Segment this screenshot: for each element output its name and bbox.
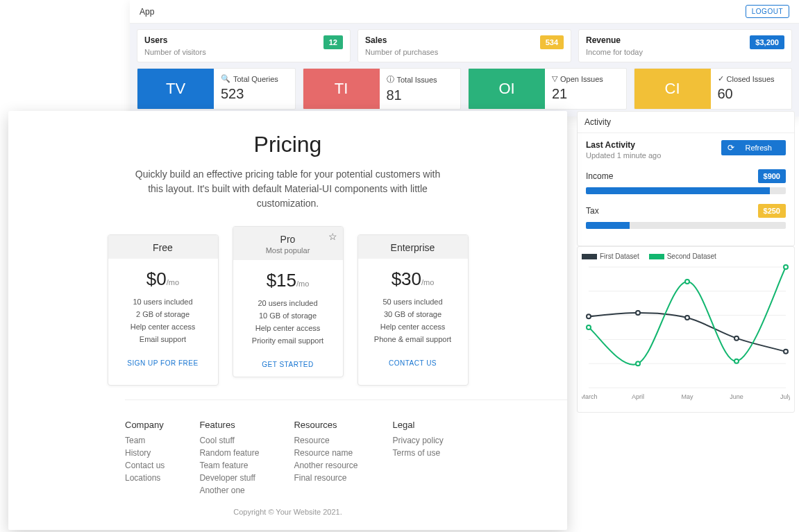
search-icon: 🔍 [221, 74, 230, 83]
refresh-icon: ⟳ [727, 143, 734, 153]
footer-link[interactable]: Locations [125, 472, 165, 484]
svg-point-12 [636, 361, 640, 366]
tier-price: $30/mo [358, 259, 468, 295]
footer-link[interactable]: Team feature [199, 459, 259, 472]
tier-features: 10 users included2 GB of storageHelp cen… [108, 295, 218, 352]
progress-amount: $900 [758, 169, 786, 183]
progress-bar [586, 222, 786, 229]
pricing-tier-free: Free$0/mo10 users included2 GB of storag… [108, 234, 219, 386]
progress-label: Tax [586, 206, 599, 216]
legend-swatch [649, 254, 664, 259]
cat-value: 523 [221, 86, 288, 102]
tier-feature: 50 users included [362, 295, 464, 308]
svg-text:March: March [582, 393, 598, 400]
tier-header: ☆ProMost popular [233, 227, 343, 260]
footer-link[interactable]: Another resource [294, 459, 358, 472]
category-row: TV 🔍Total Queries 523 TI ⓘTotal Issues 8… [130, 68, 799, 117]
svg-point-7 [636, 311, 640, 315]
svg-text:May: May [681, 393, 693, 400]
chart-legend: First Dataset Second Dataset [582, 252, 790, 260]
metric-title: Revenue [586, 35, 643, 45]
svg-point-15 [784, 265, 788, 269]
cat-label: Open Issues [560, 75, 603, 83]
cat-total-queries: TV 🔍Total Queries 523 [137, 68, 296, 110]
tier-feature: 10 GB of storage [237, 309, 339, 322]
svg-point-11 [587, 325, 591, 329]
cat-label: Closed Issues [727, 75, 775, 83]
footer-link[interactable]: Cool stuff [199, 434, 259, 447]
cat-tile: CI [634, 69, 711, 109]
footer-link[interactable]: Another one [199, 484, 259, 497]
svg-point-14 [734, 359, 739, 363]
legend-label: Second Dataset [667, 252, 716, 260]
dashboard-header: App LOGOUT [130, 0, 799, 24]
svg-point-9 [734, 336, 739, 341]
footer-link[interactable]: Contact us [125, 459, 165, 472]
footer-link[interactable]: Developer stuff [199, 472, 259, 484]
footer-col-legal: LegalPrivacy policyTerms of use [393, 420, 444, 497]
svg-point-10 [784, 350, 788, 354]
svg-point-6 [587, 314, 591, 318]
progress-label: Income [586, 171, 613, 181]
star-icon: ☆ [328, 231, 337, 242]
metric-badge: 534 [540, 35, 564, 49]
metric-sub: Number of purchases [365, 48, 438, 56]
svg-text:July: July [780, 393, 790, 400]
metric-title: Users [144, 35, 206, 45]
metric-revenue: Revenue Income for today $3,200 [578, 29, 792, 62]
footer-link[interactable]: Resource [294, 434, 358, 447]
legend-label: First Dataset [600, 252, 639, 260]
metric-badge: $3,200 [750, 35, 784, 49]
tier-name: Enterprise [362, 242, 464, 253]
line-chart: MarchAprilMayJuneJuly [582, 263, 790, 404]
svg-text:April: April [632, 393, 644, 400]
progress-bar [586, 187, 786, 194]
footer-link[interactable]: History [125, 447, 165, 459]
tier-feature: Help center access [362, 320, 464, 333]
metric-badge: 12 [323, 35, 343, 49]
footer-link[interactable]: Random feature [199, 447, 259, 459]
tier-feature: 20 users included [237, 297, 339, 309]
metric-sub: Number of visitors [144, 48, 206, 56]
svg-point-8 [685, 316, 689, 320]
tier-feature: Priority email support [237, 334, 339, 347]
cat-closed-issues: CI ✓Closed Issues 60 [634, 68, 793, 110]
pricing-title: Pricing [66, 132, 510, 157]
cat-total-issues: TI ⓘTotal Issues 81 [303, 68, 462, 110]
cat-label: Total Issues [397, 76, 437, 84]
tier-cta[interactable]: GET STARTED [233, 354, 343, 377]
cat-tile: OI [469, 69, 545, 109]
dashboard-panel: App LOGOUT Users Number of visitors 12 S… [130, 0, 799, 117]
pricing-tiers: Free$0/mo10 users included2 GB of storag… [66, 234, 510, 386]
tier-name: Free [112, 242, 214, 253]
metric-sub: Income for today [586, 48, 643, 56]
check-icon: ✓ [718, 74, 724, 83]
activity-income: Income $900 [586, 169, 786, 194]
footer-link[interactable]: Final resource [294, 472, 358, 484]
footer-col-resources: ResourcesResourceResource nameAnother re… [294, 420, 358, 497]
activity-tax: Tax $250 [586, 204, 786, 229]
footer-heading: Resources [294, 420, 358, 430]
footer-link[interactable]: Terms of use [393, 447, 444, 459]
tier-cta[interactable]: CONTACT US [358, 352, 468, 375]
tier-feature: 10 users included [112, 295, 214, 308]
tier-header: Free [108, 235, 218, 259]
cat-value: 60 [718, 86, 785, 102]
tier-features: 50 users included30 GB of storageHelp ce… [358, 295, 468, 352]
footer-link[interactable]: Privacy policy [393, 434, 444, 447]
metric-title: Sales [365, 35, 438, 45]
tier-feature: Help center access [112, 320, 214, 333]
footer-col-company: CompanyTeamHistoryContact usLocations [125, 420, 165, 497]
tier-features: 20 users included10 GB of storageHelp ce… [233, 297, 343, 354]
footer-link[interactable]: Resource name [294, 447, 358, 459]
footer-link[interactable]: Team [125, 434, 165, 447]
tier-feature: Help center access [237, 322, 339, 334]
tier-feature: Phone & email support [362, 333, 464, 345]
pricing-tier-enterprise: Enterprise$30/mo50 users included30 GB o… [358, 234, 469, 386]
refresh-button[interactable]: ⟳Refresh [721, 140, 786, 155]
tier-cta[interactable]: SIGN UP FOR FREE [108, 352, 218, 375]
footer-heading: Legal [393, 420, 444, 430]
metrics-row: Users Number of visitors 12 Sales Number… [130, 24, 799, 68]
logout-button[interactable]: LOGOUT [746, 5, 789, 18]
metric-users: Users Number of visitors 12 [137, 29, 351, 62]
